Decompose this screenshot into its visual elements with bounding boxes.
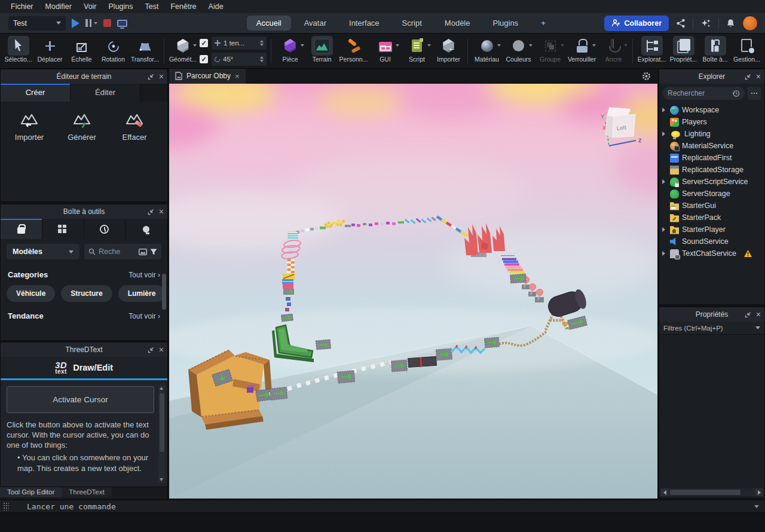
terrain-tab[interactable]: Éditer bbox=[71, 84, 140, 102]
explorer-more-button[interactable] bbox=[748, 87, 761, 100]
explorer-item[interactable]: ServerStorage bbox=[659, 188, 764, 200]
menu-item[interactable]: Fenêtre bbox=[164, 1, 202, 13]
properties-hscrollbar[interactable] bbox=[660, 488, 763, 496]
ribbon-button[interactable]: Verrouiller bbox=[566, 34, 598, 68]
toolbox-tab-marketplace[interactable] bbox=[1, 219, 42, 239]
ribbon-button[interactable]: GUI bbox=[369, 34, 401, 68]
viewport-canvas[interactable]: Y X Z Left bbox=[169, 84, 657, 499]
expand-arrow-icon[interactable] bbox=[662, 132, 665, 136]
explorer-item[interactable]: ServerScriptService bbox=[659, 176, 764, 188]
scroll-left-button[interactable] bbox=[660, 488, 669, 496]
explorer-item[interactable]: Lighting bbox=[659, 128, 764, 140]
ribbon-tab[interactable]: Modèle bbox=[435, 16, 480, 30]
stepper-arrows[interactable] bbox=[260, 40, 264, 46]
test-mode-select[interactable]: Test bbox=[8, 16, 66, 30]
explorer-item[interactable]: MaterialService bbox=[659, 140, 764, 152]
ribbon-button[interactable]: Importer bbox=[433, 34, 464, 68]
stop-button[interactable] bbox=[103, 19, 111, 27]
undock-icon[interactable] bbox=[745, 74, 751, 80]
stepper-arrows[interactable] bbox=[260, 56, 264, 62]
menu-item[interactable]: Modifier bbox=[39, 1, 78, 13]
command-bar[interactable]: Lancer une commande bbox=[0, 500, 765, 513]
category-pill[interactable]: Véhicule bbox=[7, 285, 55, 302]
menu-item[interactable]: Fichier bbox=[5, 1, 39, 13]
close-icon[interactable]: × bbox=[159, 346, 164, 354]
ribbon-button[interactable]: Pièce bbox=[274, 34, 306, 68]
explorer-item[interactable]: ReplicatedFirst bbox=[659, 152, 764, 164]
explorer-search-input[interactable]: Rechercher bbox=[663, 87, 745, 100]
see-all-link[interactable]: Tout voir › bbox=[128, 271, 160, 279]
terrain-clear-button[interactable]: Effacer bbox=[108, 112, 161, 142]
ai-sparkle-icon[interactable] bbox=[700, 19, 711, 28]
activate-cursor-button[interactable]: Activate Cursor bbox=[7, 386, 154, 413]
chevron-down-icon[interactable] bbox=[754, 505, 759, 508]
ribbon-tab[interactable]: Plugins bbox=[483, 16, 528, 30]
snap-rotate-checkbox[interactable]: ✓ bbox=[200, 55, 208, 63]
close-icon[interactable]: × bbox=[756, 310, 761, 319]
terrain-import-button[interactable]: Importer bbox=[3, 112, 56, 142]
close-icon[interactable]: × bbox=[235, 72, 240, 81]
ribbon-button[interactable]: Personn... bbox=[338, 34, 369, 68]
category-pill[interactable]: Lumière bbox=[118, 285, 166, 302]
ribbon-button-geometry[interactable]: Géomét... bbox=[167, 34, 198, 68]
scroll-right-button[interactable] bbox=[755, 488, 763, 496]
toolbox-tab-creations[interactable] bbox=[126, 219, 167, 239]
explorer-item[interactable]: TextChatService bbox=[659, 247, 764, 259]
toolbox-search-input[interactable]: Reche bbox=[84, 244, 161, 259]
filter-icon[interactable] bbox=[150, 249, 157, 255]
obby-dark-platform[interactable] bbox=[408, 356, 437, 367]
threedtext-scrollbar[interactable] bbox=[158, 385, 165, 483]
close-icon[interactable]: × bbox=[159, 207, 164, 216]
menu-item[interactable]: Test bbox=[139, 1, 165, 13]
undock-icon[interactable] bbox=[148, 74, 154, 80]
ribbon-button[interactable]: Déplacer bbox=[34, 34, 66, 68]
scroll-thumb[interactable] bbox=[670, 490, 740, 495]
undock-icon[interactable] bbox=[148, 347, 154, 353]
ribbon-tab[interactable]: + bbox=[531, 16, 555, 30]
explorer-item[interactable]: StarterPack bbox=[659, 212, 764, 224]
ribbon-tab[interactable]: Interface bbox=[339, 16, 389, 30]
viewport-tab[interactable]: Parcour Obby × bbox=[169, 69, 246, 84]
drag-handle-icon[interactable] bbox=[3, 502, 9, 510]
category-pill[interactable]: Structure bbox=[61, 285, 112, 302]
snap-move-stepper[interactable]: 1 ten... bbox=[212, 36, 267, 50]
scroll-down-icon[interactable] bbox=[160, 478, 163, 481]
ribbon-button[interactable]: Boîte à... bbox=[699, 34, 731, 68]
explorer-item[interactable]: Players bbox=[659, 116, 764, 128]
explorer-item[interactable]: ReplicatedStorage bbox=[659, 164, 764, 176]
snap-rotate-stepper[interactable]: 45° bbox=[212, 53, 267, 66]
explorer-item[interactable]: Workspace bbox=[659, 104, 764, 116]
ribbon-button[interactable]: Sélectio... bbox=[2, 34, 34, 68]
undock-icon[interactable] bbox=[745, 311, 751, 318]
ribbon-button[interactable]: Gestion... bbox=[731, 34, 763, 68]
ribbon-button[interactable]: Transfor... bbox=[129, 34, 161, 68]
toolbox-tab-inventory[interactable] bbox=[42, 219, 84, 239]
history-icon[interactable] bbox=[732, 90, 740, 97]
play-button[interactable] bbox=[72, 19, 79, 28]
menu-item[interactable]: Voir bbox=[78, 1, 103, 13]
explorer-item[interactable]: StarterPlayer bbox=[659, 224, 764, 236]
menu-item[interactable]: Plugins bbox=[103, 1, 139, 13]
ribbon-tab[interactable]: Avatar bbox=[295, 16, 336, 30]
terrain-tab[interactable]: Créer bbox=[1, 84, 71, 102]
ribbon-button[interactable]: Rotation bbox=[97, 34, 129, 68]
undock-icon[interactable] bbox=[148, 209, 154, 215]
pause-button[interactable] bbox=[85, 19, 97, 27]
collaborate-button[interactable]: Collaborer bbox=[604, 16, 669, 31]
ribbon-tab[interactable]: Script bbox=[393, 16, 432, 30]
ribbon-tab[interactable]: Accueil bbox=[247, 16, 291, 30]
viewport-settings-gear-icon[interactable] bbox=[641, 71, 651, 81]
share-icon[interactable] bbox=[676, 19, 686, 28]
scroll-up-icon[interactable] bbox=[160, 387, 163, 390]
close-icon[interactable]: × bbox=[159, 72, 164, 81]
ribbon-button[interactable]: Échelle bbox=[66, 34, 97, 68]
snap-move-checkbox[interactable]: ✓ bbox=[200, 39, 208, 47]
ribbon-button[interactable]: Couleurs bbox=[503, 34, 534, 68]
explorer-item[interactable]: StarterGui bbox=[659, 200, 764, 212]
ribbon-button[interactable]: Terrain bbox=[306, 34, 338, 68]
close-icon[interactable]: × bbox=[756, 72, 761, 81]
user-avatar[interactable] bbox=[742, 16, 758, 31]
see-all-link[interactable]: Tout voir › bbox=[128, 312, 160, 320]
docked-panel-tab[interactable]: Tool Grip Editor bbox=[0, 487, 62, 497]
menu-item[interactable]: Aide bbox=[203, 1, 230, 13]
